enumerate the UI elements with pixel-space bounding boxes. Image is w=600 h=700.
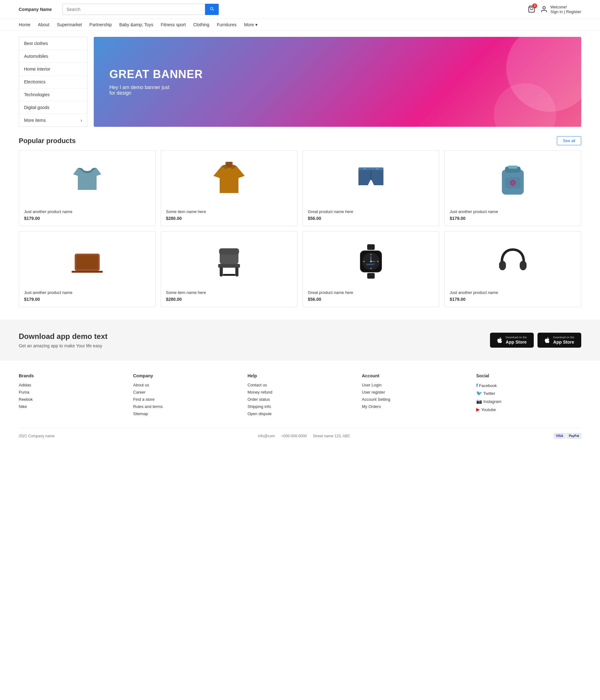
footer-link-order-status[interactable]: Order status [247,397,353,402]
footer-account-heading: Account [362,373,467,378]
footer-help: Help Contact us Money refund Order statu… [247,373,353,419]
product-name-2: Some item name here [166,209,292,214]
footer-link-contact[interactable]: Contact us [247,383,353,387]
svg-rect-20 [220,267,223,276]
footer-link-user-register[interactable]: User register [362,390,467,395]
apple-icon [496,337,503,344]
svg-point-6 [364,168,365,169]
product-card-6[interactable]: Some item name here $280.00 [161,231,297,307]
product-name-4: Just another product name [450,209,576,214]
svg-point-34 [370,260,372,262]
footer-link-reebok[interactable]: Reebok [19,397,124,402]
welcome-section: Welcome! Sign in | Register [550,5,581,14]
product-price-2: $280.00 [166,216,292,221]
app-subtitle: Get an amazing app to make Your life eas… [19,343,107,348]
nav-supermarket[interactable]: Supermarket [57,22,82,27]
footer-link-adidas[interactable]: Adidas [19,383,124,387]
svg-rect-5 [358,168,383,170]
product-card-7[interactable]: SMART Great product name here $56.00 [303,231,439,307]
search-button[interactable] [205,4,219,15]
nav-partnership[interactable]: Partnership [89,22,112,27]
nav-about[interactable]: About [38,22,49,27]
footer-company: Company About us Career Find a store Rul… [133,373,238,419]
appstore-button-1[interactable]: Download on the App Store [490,333,534,348]
footer-link-shipping[interactable]: Shipping info [247,404,353,409]
product-image-1 [24,155,150,205]
footer-link-rules[interactable]: Rules and terms [133,404,238,409]
search-icon [209,6,214,11]
svg-rect-10 [508,166,518,169]
sidebar-item-home-interior[interactable]: Home interior [19,63,87,76]
footer-contact: info@com +000-000-0000 Street name 123, … [258,434,350,438]
footer-link-youtube[interactable]: ▶ Youtube [476,407,581,412]
nav-baby[interactable]: Baby &amp; Toys [119,22,153,27]
app-buttons: Download on the App Store Download on th… [490,333,581,348]
product-card-2[interactable]: Some item name here $280.00 [161,150,297,226]
nav-more[interactable]: More ▾ [244,22,258,27]
product-card-8[interactable]: Just another product name $179.00 [445,231,581,307]
footer-columns: Brands Adidas Puma Reebok Nike Company A… [19,373,581,428]
footer-link-twitter[interactable]: 🐦 Twitter [476,391,581,396]
products-grid: Just another product name $179.00 Some i… [19,150,581,307]
product-card-4[interactable]: Just another product name $179.00 [445,150,581,226]
youtube-icon: ▶ [476,407,480,412]
nav-fitness[interactable]: Fitness sport [161,22,186,27]
footer-link-find-store[interactable]: Find a store [133,397,238,402]
footer-link-user-login[interactable]: User Login [362,383,467,387]
product-image-6 [166,236,292,286]
footer-link-refund[interactable]: Money refund [247,390,353,395]
svg-point-29 [370,268,371,269]
product-card-5[interactable]: Just another product name $179.00 [19,231,155,307]
footer-link-puma[interactable]: Puma [19,390,124,395]
footer-link-nike[interactable]: Nike [19,404,124,409]
svg-point-7 [377,168,378,169]
user-section[interactable]: Welcome! Sign in | Register [540,5,581,14]
nav-furnitures[interactable]: Furnitures [217,22,237,27]
product-price-7: $56.00 [308,297,434,302]
sidebar-item-digital-goods[interactable]: Digital goods [19,101,87,114]
sidebar-item-electronics[interactable]: Electronics [19,76,87,89]
user-icon [540,6,548,13]
product-card-3[interactable]: Great product name here $56.00 [303,150,439,226]
appstore-label-small-1: Download on the [506,336,527,339]
appstore-label-large-2: App Store [553,340,574,345]
sidebar-item-more-items[interactable]: More items › [19,114,87,126]
app-text: Download app demo text Get an amazing ap… [19,332,107,348]
footer-link-sitemap[interactable]: Sitemap [133,411,238,416]
svg-rect-18 [219,248,239,255]
sidebar-item-technologies[interactable]: Technologies [19,89,87,101]
footer-link-account-setting[interactable]: Account Setting [362,397,467,402]
banner-subtitle: Hey I am demo banner justfor design [110,85,566,96]
footer-link-my-orders[interactable]: My Orders [362,404,467,409]
footer-link-dispute[interactable]: Open dispute [247,411,353,416]
footer-email: info@com [258,434,275,438]
search-input[interactable] [63,4,205,15]
product-card-1[interactable]: Just another product name $179.00 [19,150,155,226]
cart-button[interactable]: 0 [528,5,535,14]
paypal-payment-icon: PayPal [567,433,581,439]
product-name-8: Just another product name [450,290,576,295]
sidebar-item-automobiles[interactable]: Automobiles [19,50,87,63]
product-image-3 [308,155,434,205]
watch-icon: SMART [352,243,390,280]
svg-rect-24 [367,273,375,279]
appstore-button-2[interactable]: Download on the App Store [537,333,581,348]
footer-link-instagram[interactable]: 📷 Instagram [476,399,581,404]
footer-link-about-us[interactable]: About us [133,383,238,387]
nav-home[interactable]: Home [19,22,30,27]
chevron-right-icon: › [81,118,82,123]
footer-link-career[interactable]: Career [133,390,238,395]
footer-link-facebook[interactable]: f Facebook [476,383,581,388]
nav-clothing[interactable]: Clothing [193,22,209,27]
footer-address: Street name 123, ABC [313,434,350,438]
svg-rect-39 [520,261,527,270]
backpack-icon [494,162,532,199]
see-all-button[interactable]: See all [557,136,581,145]
product-name-1: Just another product name [24,209,150,214]
svg-rect-15 [76,255,98,269]
chevron-down-icon: ▾ [255,22,258,27]
sign-in-link[interactable]: Sign in | Register [550,9,581,14]
sidebar-item-best-clothes[interactable]: Best clothes [19,37,87,50]
product-image-4 [450,155,576,205]
app-download-section: Download app demo text Get an amazing ap… [0,320,600,361]
